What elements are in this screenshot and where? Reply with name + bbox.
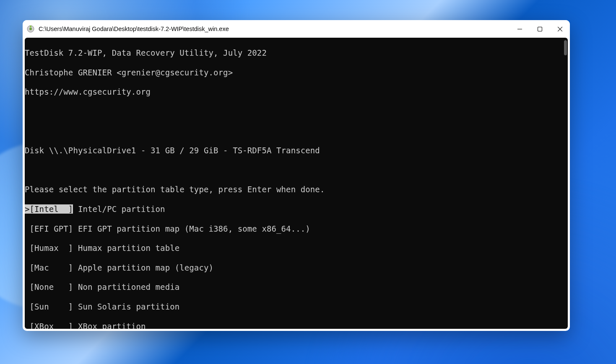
terminal-area[interactable]: TestDisk 7.2-WIP, Data Recovery Utility,… <box>25 38 568 329</box>
minimize-button[interactable] <box>509 20 530 38</box>
window-title: C:\Users\Manuviraj Godara\Desktop\testdi… <box>39 26 509 32</box>
maximize-button[interactable] <box>530 20 550 38</box>
menu-option-mac[interactable]: [Mac ] Apple partition map (legacy) <box>25 263 568 273</box>
scrollbar-thumb[interactable] <box>564 40 567 55</box>
window-controls <box>509 20 570 38</box>
header-line: TestDisk 7.2-WIP, Data Recovery Utility,… <box>25 48 568 58</box>
svg-rect-4 <box>538 27 542 31</box>
application-window: C:\Users\Manuviraj Godara\Desktop\testdi… <box>23 20 570 331</box>
menu-option-efi-gpt[interactable]: [EFI GPT] EFI GPT partition map (Mac i38… <box>25 224 568 234</box>
menu-option-intel[interactable]: >[Intel ] Intel/PC partition <box>25 204 568 214</box>
disk-info: Disk \\.\PhysicalDrive1 - 31 GB / 29 GiB… <box>25 146 568 155</box>
menu-option-xbox[interactable]: [XBox ] XBox partition <box>25 322 568 329</box>
app-icon <box>27 25 34 33</box>
close-button[interactable] <box>550 20 570 38</box>
menu-option-sun[interactable]: [Sun ] Sun Solaris partition <box>25 302 568 312</box>
scrollbar-track[interactable] <box>564 40 567 326</box>
prompt-text: Please select the partition table type, … <box>25 185 568 194</box>
titlebar[interactable]: C:\Users\Manuviraj Godara\Desktop\testdi… <box>23 20 570 38</box>
blank-line <box>25 126 568 136</box>
menu-option-none[interactable]: [None ] Non partitioned media <box>25 282 568 292</box>
terminal-content: TestDisk 7.2-WIP, Data Recovery Utility,… <box>25 38 568 329</box>
header-line: Christophe GRENIER <grenier@cgsecurity.o… <box>25 68 568 77</box>
blank-line <box>25 165 568 175</box>
svg-point-1 <box>29 28 32 30</box>
header-line: https://www.cgsecurity.org <box>25 87 568 97</box>
blank-line <box>25 107 568 116</box>
svg-rect-2 <box>30 26 31 27</box>
menu-option-humax[interactable]: [Humax ] Humax partition table <box>25 243 568 253</box>
